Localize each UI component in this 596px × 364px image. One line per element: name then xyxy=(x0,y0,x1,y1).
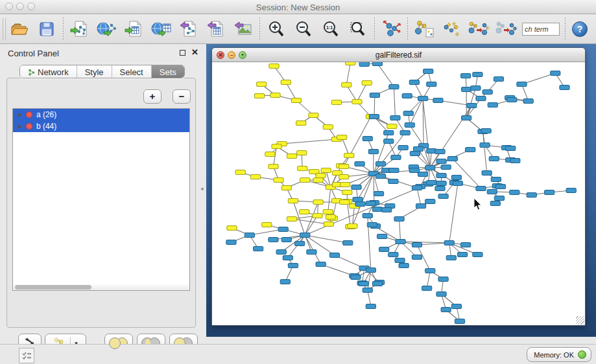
graph-node-selected[interactable] xyxy=(270,93,280,98)
graph-node-blue[interactable] xyxy=(461,74,471,78)
graph-node-blue[interactable] xyxy=(366,268,375,273)
graph-node-blue[interactable] xyxy=(363,214,372,218)
graph-node-selected[interactable] xyxy=(262,223,272,227)
graph-node-blue[interactable] xyxy=(343,241,353,245)
scrollbar-thumb[interactable] xyxy=(15,285,91,290)
network-graph[interactable] xyxy=(212,62,585,325)
graph-node-selected[interactable] xyxy=(268,165,278,169)
graph-node-blue[interactable] xyxy=(403,111,413,116)
graph-node-blue[interactable] xyxy=(451,304,461,309)
graph-node-blue[interactable] xyxy=(489,157,499,161)
graph-node-selected[interactable] xyxy=(265,152,275,157)
export-image-button[interactable] xyxy=(230,16,257,43)
graph-node-blue[interactable] xyxy=(384,131,394,135)
graph-node-selected[interactable] xyxy=(287,154,296,159)
graph-node-selected[interactable] xyxy=(321,168,331,173)
zoom-selected-region-button[interactable] xyxy=(344,16,372,43)
graph-node-blue[interactable] xyxy=(412,243,422,247)
graph-node-blue[interactable] xyxy=(368,150,378,154)
graph-node-blue[interactable] xyxy=(390,116,400,120)
graph-node-selected[interactable] xyxy=(227,226,237,231)
tab-select[interactable]: Select xyxy=(112,65,152,78)
graph-node-blue[interactable] xyxy=(487,190,497,194)
graph-node-blue[interactable] xyxy=(409,168,419,173)
graph-node-blue[interactable] xyxy=(410,152,420,156)
graph-node-blue[interactable] xyxy=(389,85,399,89)
graph-node-blue[interactable] xyxy=(372,282,382,286)
graph-node-selected[interactable] xyxy=(297,151,307,155)
network-frame-titlebar[interactable]: ✕ – + galFiltered.sif xyxy=(212,48,585,62)
graph-node-selected[interactable] xyxy=(300,210,309,214)
graph-node-blue[interactable] xyxy=(391,155,401,160)
graph-node-blue[interactable] xyxy=(367,223,377,227)
zoom-in-button[interactable] xyxy=(263,16,290,43)
graph-node-blue[interactable] xyxy=(382,208,392,212)
graph-node-selected[interactable] xyxy=(348,224,357,229)
graph-node-blue[interactable] xyxy=(375,162,385,166)
expand-arrow-icon[interactable]: ▶ xyxy=(18,123,23,130)
graph-node-blue[interactable] xyxy=(457,253,467,257)
graph-node-blue[interactable] xyxy=(268,238,278,242)
graph-node-blue[interactable] xyxy=(374,192,383,196)
graph-node-blue[interactable] xyxy=(280,280,290,284)
zoom-actual-size-button[interactable]: 1:1 xyxy=(317,16,344,43)
new-network-from-selection-button[interactable] xyxy=(465,16,492,43)
graph-node-blue[interactable] xyxy=(416,204,425,209)
graph-node-selected[interactable] xyxy=(352,100,362,104)
graph-node-selected[interactable] xyxy=(313,178,323,183)
graph-node-blue[interactable] xyxy=(455,319,464,324)
help-button[interactable]: ? xyxy=(572,21,588,37)
graph-node-blue[interactable] xyxy=(436,181,446,186)
graph-node-blue[interactable] xyxy=(359,282,368,286)
graph-node-selected[interactable] xyxy=(272,144,281,149)
graph-node-blue[interactable] xyxy=(481,129,491,133)
graph-node-blue[interactable] xyxy=(560,85,569,90)
resize-grip[interactable] xyxy=(576,316,584,324)
graph-node-blue[interactable] xyxy=(462,116,471,120)
graph-node-blue[interactable] xyxy=(461,243,471,247)
graph-node-blue[interactable] xyxy=(471,86,481,91)
graph-node-selected[interactable] xyxy=(326,215,335,220)
graph-node-blue[interactable] xyxy=(396,240,405,244)
graph-node-blue[interactable] xyxy=(366,201,375,206)
network-frame[interactable]: ✕ – + galFiltered.sif xyxy=(211,47,586,326)
graph-node-blue[interactable] xyxy=(446,256,456,260)
zoom-out-button[interactable] xyxy=(290,16,317,43)
graph-node-blue[interactable] xyxy=(467,104,477,108)
graph-node-selected[interactable] xyxy=(323,210,333,214)
graph-node-blue[interactable] xyxy=(300,233,310,238)
expand-arrow-icon[interactable]: ▶ xyxy=(18,111,23,118)
graph-node-blue[interactable] xyxy=(276,250,286,255)
graph-node-blue[interactable] xyxy=(316,262,326,267)
graph-node-selected[interactable] xyxy=(346,62,355,65)
graph-node-selected[interactable] xyxy=(291,98,301,103)
graph-node-blue[interactable] xyxy=(355,202,365,207)
task-history-button[interactable] xyxy=(19,348,34,363)
graph-node-selected[interactable] xyxy=(281,80,291,85)
graph-node-selected[interactable] xyxy=(344,154,354,158)
float-panel-icon[interactable] xyxy=(180,50,185,56)
graph-node-selected[interactable] xyxy=(331,100,341,105)
graph-node-blue[interactable] xyxy=(353,198,363,202)
graph-node-selected[interactable] xyxy=(387,124,397,129)
graph-node-selected[interactable] xyxy=(323,125,333,130)
graph-node-selected[interactable] xyxy=(340,200,350,205)
graph-node-blue[interactable] xyxy=(377,234,387,239)
graph-node-blue[interactable] xyxy=(483,90,492,95)
graph-node-blue[interactable] xyxy=(226,240,236,245)
graph-node-blue[interactable] xyxy=(507,98,517,102)
graph-node-blue[interactable] xyxy=(476,97,486,101)
graph-node-blue[interactable] xyxy=(253,247,263,251)
set-row[interactable]: ▶b (44) xyxy=(13,120,189,132)
graph-node-selected[interactable] xyxy=(309,113,318,118)
memory-status-button[interactable]: Memory: OK xyxy=(527,347,591,362)
sets-horizontal-scrollbar[interactable] xyxy=(12,284,190,291)
graph-node-blue[interactable] xyxy=(436,174,446,178)
graph-node-blue[interactable] xyxy=(491,177,501,182)
graph-node-blue[interactable] xyxy=(433,98,443,103)
graph-node-blue[interactable] xyxy=(436,292,446,297)
graph-node-blue[interactable] xyxy=(369,115,379,119)
graph-node-blue[interactable] xyxy=(427,82,436,87)
network-canvas[interactable] xyxy=(212,62,585,325)
graph-node-blue[interactable] xyxy=(379,247,389,252)
